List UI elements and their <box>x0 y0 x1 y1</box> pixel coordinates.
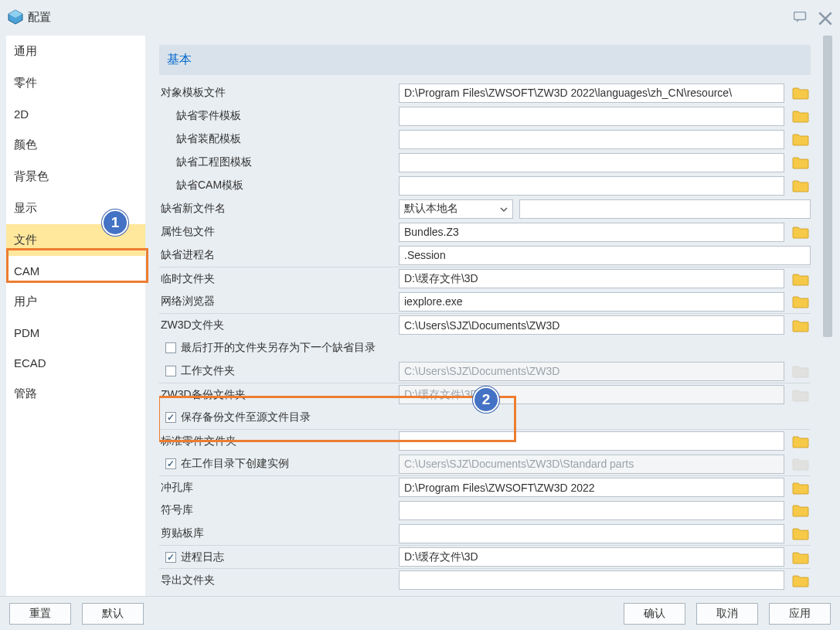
close-icon[interactable] <box>818 12 832 22</box>
folder-icon <box>791 363 811 380</box>
text-input[interactable] <box>399 501 784 520</box>
checkbox[interactable] <box>165 412 176 423</box>
setting-row: 缺省装配模板 <box>159 128 811 151</box>
text-input <box>399 385 784 404</box>
setting-row: 缺省进程名 <box>159 243 811 267</box>
checkbox[interactable] <box>165 458 176 469</box>
footer: 重置 默认 确认 取消 应用 <box>0 596 840 630</box>
setting-row: ZW3D文件夹 <box>159 313 811 336</box>
combo-value: 默认本地名 <box>404 202 500 216</box>
text-input[interactable] <box>399 107 784 126</box>
reset-button[interactable]: 重置 <box>9 603 71 625</box>
setting-label: ZW3D备份文件夹 <box>161 388 399 402</box>
setting-label: 缺省装配模板 <box>161 132 399 146</box>
folder-icon <box>791 387 811 404</box>
checkbox[interactable] <box>165 342 176 353</box>
text-input <box>399 362 784 381</box>
folder-icon[interactable] <box>791 549 811 566</box>
setting-label: 在工作目录下创建实例 <box>181 457 289 471</box>
folder-icon[interactable] <box>791 271 811 288</box>
vertical-scrollbar[interactable] <box>820 36 834 596</box>
defaults-button[interactable]: 默认 <box>82 603 144 625</box>
setting-row: 网络浏览器 <box>159 290 811 313</box>
setting-label: 缺省零件模板 <box>161 109 399 123</box>
svg-rect-2 <box>794 12 806 20</box>
setting-row: 临时文件夹 <box>159 267 811 290</box>
sidebar-item-cam[interactable]: CAM <box>6 256 145 286</box>
checkbox[interactable] <box>165 552 176 563</box>
setting-row: 缺省工程图模板 <box>159 151 811 174</box>
text-input <box>399 455 784 474</box>
sidebar-item-bgcolor[interactable]: 背景色 <box>6 161 145 192</box>
sidebar-item-part[interactable]: 零件 <box>6 67 145 99</box>
setting-label: 标准零件文件夹 <box>161 434 399 448</box>
app-icon <box>8 9 23 25</box>
sidebar-item-general[interactable]: 通用 <box>6 36 145 67</box>
sidebar-item-2d[interactable]: 2D <box>6 99 145 129</box>
window-title: 配置 <box>28 10 794 25</box>
ok-button[interactable]: 确认 <box>624 603 685 625</box>
text-input[interactable] <box>399 431 784 451</box>
setting-label: 缺省新文件名 <box>161 202 399 216</box>
titlebar: 配置 <box>0 0 840 34</box>
setting-label: 工作文件夹 <box>181 364 235 378</box>
setting-label: 冲孔库 <box>161 481 399 495</box>
folder-icon[interactable] <box>791 502 811 519</box>
setting-row: 标准零件文件夹 <box>159 429 811 452</box>
scrollbar-thumb[interactable] <box>823 36 832 337</box>
setting-row: 缺省新文件名默认本地名 <box>159 197 811 220</box>
folder-icon[interactable] <box>791 154 811 171</box>
text-input[interactable] <box>399 130 784 149</box>
folder-icon[interactable] <box>791 131 811 148</box>
setting-row: 对象模板文件 <box>159 81 811 104</box>
setting-label: 缺省工程图模板 <box>161 155 399 169</box>
sidebar-item-pdm[interactable]: PDM <box>6 318 145 348</box>
folder-icon <box>791 455 811 472</box>
folder-icon[interactable] <box>791 525 811 542</box>
text-input[interactable] <box>399 223 784 242</box>
sidebar-item-ecad[interactable]: ECAD <box>6 348 145 378</box>
text-input[interactable] <box>399 153 784 172</box>
apply-button[interactable]: 应用 <box>769 603 831 625</box>
folder-icon[interactable] <box>791 479 811 496</box>
folder-icon[interactable] <box>791 84 811 101</box>
setting-label: 对象模板文件 <box>161 86 399 100</box>
text-input[interactable] <box>399 478 784 497</box>
text-input[interactable] <box>399 83 784 103</box>
cancel-button[interactable]: 取消 <box>696 603 758 625</box>
sidebar-item-pipe[interactable]: 管路 <box>6 378 145 410</box>
text-input[interactable] <box>399 176 784 196</box>
text-input[interactable] <box>399 269 784 288</box>
setting-row: 缺省零件模板 <box>159 104 811 128</box>
folder-icon[interactable] <box>791 177 811 194</box>
setting-row: 符号库 <box>159 499 811 522</box>
feedback-icon[interactable] <box>794 12 808 22</box>
setting-label: 进程日志 <box>181 550 224 564</box>
sidebar-item-user[interactable]: 用户 <box>6 286 145 318</box>
combo-default-filename[interactable]: 默认本地名 <box>399 199 513 219</box>
setting-label: 缺省进程名 <box>161 248 399 262</box>
text-input[interactable] <box>399 246 811 265</box>
setting-label: 临时文件夹 <box>161 272 399 286</box>
folder-icon[interactable] <box>791 223 811 240</box>
settings-rows: 对象模板文件缺省零件模板缺省装配模板缺省工程图模板缺省CAM模板缺省新文件名默认… <box>159 81 811 591</box>
text-input[interactable] <box>399 315 784 335</box>
setting-label: 符号库 <box>161 503 399 517</box>
folder-icon[interactable] <box>791 293 811 310</box>
setting-row: 属性包文件 <box>159 220 811 243</box>
setting-row: 在工作目录下创建实例 <box>159 452 811 475</box>
text-input[interactable] <box>399 524 784 543</box>
text-input[interactable] <box>399 570 784 590</box>
sidebar-item-color[interactable]: 颜色 <box>6 129 145 161</box>
text-input[interactable] <box>519 199 811 219</box>
setting-label: 剪贴板库 <box>161 526 399 540</box>
setting-label: 最后打开的文件夹另存为下一个缺省目录 <box>181 341 376 355</box>
setting-row: 最后打开的文件夹另存为下一个缺省目录 <box>159 336 811 359</box>
checkbox[interactable] <box>165 366 176 376</box>
text-input[interactable] <box>399 547 784 567</box>
folder-icon[interactable] <box>791 317 811 334</box>
folder-icon[interactable] <box>791 572 811 589</box>
folder-icon[interactable] <box>791 107 811 124</box>
text-input[interactable] <box>399 292 784 312</box>
folder-icon[interactable] <box>791 433 811 450</box>
